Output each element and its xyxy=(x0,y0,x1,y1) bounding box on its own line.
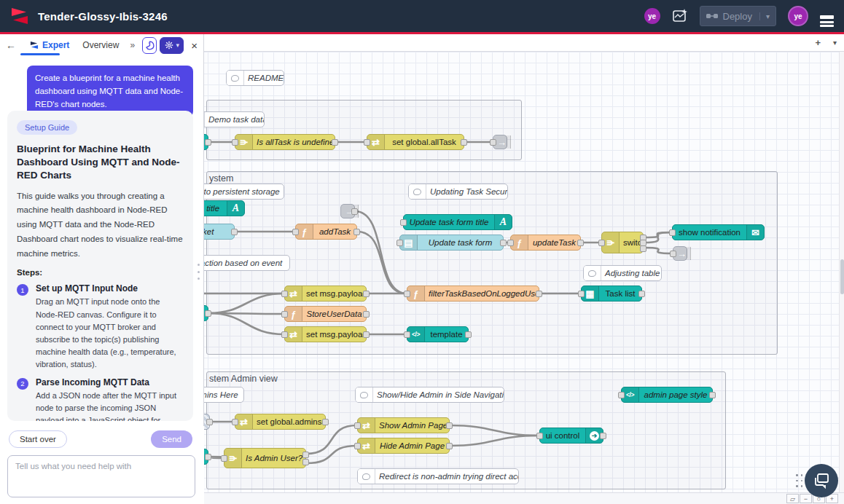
input-port[interactable] xyxy=(536,433,543,439)
input-port[interactable] xyxy=(396,240,403,246)
scrollbar-thumb[interactable] xyxy=(840,259,844,294)
output-port[interactable] xyxy=(363,331,370,338)
output-port[interactable] xyxy=(302,459,309,465)
output-port[interactable] xyxy=(302,452,309,458)
node-is-admin-user[interactable]: ⋔Is Admin User? xyxy=(224,448,306,468)
input-port[interactable] xyxy=(292,229,299,235)
output-port[interactable] xyxy=(446,443,453,449)
back-button[interactable]: ← xyxy=(6,39,16,51)
node-addtask[interactable]: ƒaddTask xyxy=(295,224,357,240)
input-port[interactable] xyxy=(670,251,676,257)
input-port[interactable] xyxy=(281,331,288,338)
node-set-global-admins[interactable]: ⇄set global.admins xyxy=(235,414,326,430)
input-port[interactable] xyxy=(490,139,496,146)
settings-dropdown-button[interactable]: ▾ xyxy=(160,37,184,54)
output-port[interactable] xyxy=(205,454,211,460)
output-port[interactable] xyxy=(322,419,329,425)
input-port[interactable] xyxy=(669,229,676,236)
output-port[interactable] xyxy=(332,139,338,146)
deploy-button[interactable]: Deploy ▾ xyxy=(700,6,777,26)
node-task-list[interactable]: ▦Task list xyxy=(581,286,642,302)
flowfuse-logo-icon[interactable] xyxy=(10,7,29,25)
ai-assistant-icon[interactable] xyxy=(672,8,688,24)
chat-fab-button[interactable] xyxy=(805,464,838,497)
node-set-msg-payload[interactable]: ⇄set msg.payload xyxy=(284,326,367,342)
canvas-v-scrollbar[interactable] xyxy=(839,52,844,492)
output-port[interactable] xyxy=(206,419,213,425)
panel-resize-grip[interactable] xyxy=(198,264,201,280)
start-over-button[interactable]: Start over xyxy=(9,430,67,448)
output-port[interactable] xyxy=(363,291,370,297)
wire[interactable] xyxy=(306,446,357,463)
assistant-response-card[interactable]: Setup Guide Blueprint for Machine Health… xyxy=(7,111,193,421)
input-port[interactable] xyxy=(354,422,361,429)
flow-list-caret[interactable]: ▾ xyxy=(833,39,837,47)
fab-drag-handle[interactable] xyxy=(796,474,803,489)
output-port[interactable] xyxy=(205,310,211,317)
wire[interactable] xyxy=(208,294,284,313)
input-port[interactable] xyxy=(507,240,514,246)
comment-adjusting-table[interactable]: Adjusting table xyxy=(583,265,662,281)
output-port[interactable] xyxy=(461,139,467,146)
add-flow-button[interactable]: + xyxy=(815,37,821,48)
output-port[interactable] xyxy=(500,240,507,246)
input-port[interactable] xyxy=(281,311,288,318)
output-port[interactable] xyxy=(205,139,211,146)
send-button[interactable]: Send xyxy=(151,430,192,448)
tab-overview[interactable]: Overview xyxy=(76,34,125,56)
output-port[interactable] xyxy=(600,433,606,439)
node-show-notification[interactable]: show notification✉ xyxy=(672,224,765,240)
node-update-task-form-title[interactable]: Update task form titleA xyxy=(403,214,512,230)
node-hide-admin-page[interactable]: ⇄Hide Admin Page xyxy=(357,438,450,454)
input-port[interactable] xyxy=(221,455,227,462)
output-port[interactable] xyxy=(446,422,453,429)
wire[interactable] xyxy=(208,313,284,334)
comment-readme[interactable]: README xyxy=(226,70,284,86)
input-port[interactable] xyxy=(364,139,370,146)
comment-updating-task-securely[interactable]: Updating Task Securely xyxy=(408,184,508,200)
input-port[interactable] xyxy=(618,392,625,398)
node-is-alltask-is-undefined[interactable]: ⋔Is allTask is undefined xyxy=(235,134,335,150)
node-update-task-form[interactable]: ▤Update task form xyxy=(399,235,504,251)
input-port[interactable] xyxy=(404,291,410,297)
zoom-out-button[interactable]: − xyxy=(800,494,812,503)
wire[interactable] xyxy=(450,436,539,446)
close-panel-icon[interactable]: × xyxy=(191,39,198,52)
node-link-out-node[interactable]: → xyxy=(493,135,507,149)
input-port[interactable] xyxy=(400,219,407,226)
help-input[interactable] xyxy=(7,455,195,497)
wire[interactable] xyxy=(644,248,673,253)
node-switch[interactable]: ⋔switch xyxy=(601,232,644,253)
output-port[interactable] xyxy=(465,331,472,338)
wire[interactable] xyxy=(355,211,407,294)
input-port[interactable] xyxy=(281,291,288,297)
comment-redirect-is-non-admin-trying-direct-access[interactable]: Redirect is non-admin trying direct acce… xyxy=(357,468,519,484)
node-storeuserdata[interactable]: ƒStoreUserData xyxy=(284,306,367,322)
input-port[interactable] xyxy=(232,419,238,425)
output-port[interactable] xyxy=(638,291,645,297)
user-avatar[interactable]: ye xyxy=(788,6,808,26)
input-port[interactable] xyxy=(598,240,605,246)
output-port[interactable] xyxy=(577,240,584,246)
main-menu-icon[interactable] xyxy=(820,13,834,19)
deploy-caret[interactable]: ▾ xyxy=(759,12,770,20)
input-port[interactable] xyxy=(354,443,361,449)
node-updatetask[interactable]: ƒupdateTask xyxy=(510,235,581,251)
node-link-in-node[interactable]: → xyxy=(340,204,355,218)
input-port[interactable] xyxy=(232,139,238,146)
node-set-msg-payload[interactable]: ⇄set msg.payload xyxy=(284,286,367,302)
node-link-out-node[interactable]: → xyxy=(673,246,687,261)
output-port[interactable] xyxy=(231,229,238,235)
output-port[interactable] xyxy=(363,311,370,318)
more-tabs-chevrons[interactable]: » xyxy=(130,40,135,50)
node-ui-control[interactable]: ui control➔ xyxy=(539,428,603,444)
comment-show-hide-admin-in-side-navigation[interactable]: Show/Hide Admin in Side Navigation xyxy=(355,387,504,403)
assistant-avatar[interactable]: ye xyxy=(644,8,660,24)
chart-panel-button[interactable] xyxy=(142,37,157,54)
output-port[interactable] xyxy=(353,229,360,235)
node-filtertaskbasedonloggeduser[interactable]: ƒfilterTaskBasedOnLoggedUser xyxy=(407,286,539,302)
output-port[interactable] xyxy=(640,245,646,252)
wire[interactable] xyxy=(450,425,539,436)
node-admin-page-style[interactable]: </>admin page style xyxy=(621,387,713,403)
node-show-admin-page[interactable]: ⇄Show Admin Page xyxy=(357,417,450,433)
